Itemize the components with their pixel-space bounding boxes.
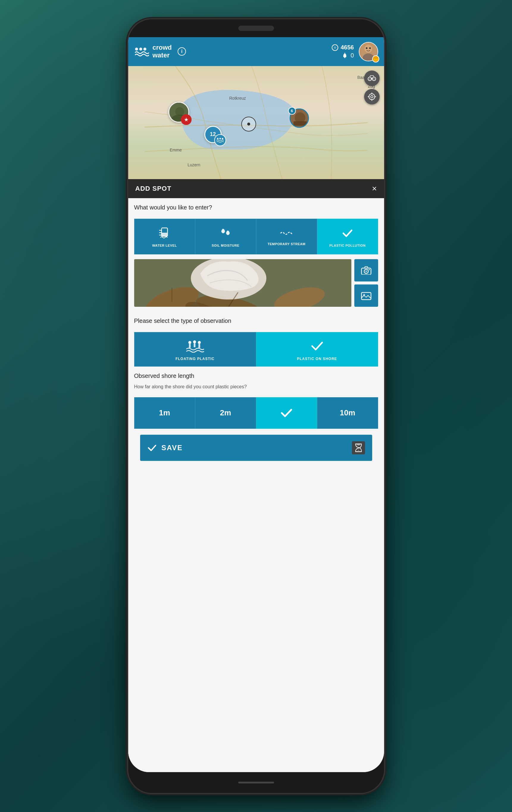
svg-point-20 — [222, 138, 223, 139]
entry-type-plastic-pollution[interactable]: PLASTIC POLLUTION — [317, 219, 378, 254]
svg-point-29 — [369, 94, 375, 100]
entry-type-soil-moisture[interactable]: SOIL MOISTURE — [195, 219, 256, 254]
save-left: SAVE — [147, 443, 183, 453]
location-button[interactable] — [364, 89, 380, 105]
camera-button[interactable] — [354, 259, 378, 282]
photo-preview — [134, 259, 351, 307]
shore-grid: 1m 2m 10m — [134, 397, 378, 429]
coin-icon — [332, 44, 338, 51]
bell-icon — [341, 52, 348, 59]
gallery-button[interactable] — [354, 285, 378, 307]
shore-length-subtitle: How far along the shore did you count pl… — [134, 384, 378, 389]
soil-moisture-label: SOIL MOISTURE — [212, 243, 239, 248]
photo-buttons — [354, 259, 378, 307]
entry-type-water-level[interactable]: WATER LEVEL — [134, 219, 195, 254]
map-cluster-12[interactable]: 12 — [204, 126, 222, 143]
photo-image — [134, 259, 351, 307]
entry-type-temporary-stream[interactable]: TEMPORARY STREAM — [256, 219, 317, 254]
add-spot-title: ADD SPOT — [135, 185, 172, 193]
info-button[interactable]: i — [178, 47, 186, 56]
map-label-luzern: Luzern — [188, 163, 201, 167]
svg-point-27 — [369, 78, 371, 80]
cluster-waves-icon — [214, 134, 226, 146]
coins-row: 4656 — [332, 44, 354, 51]
svg-point-55 — [193, 340, 196, 343]
entry-type-grid: WATER LEVEL SOIL MOISTURE — [134, 219, 378, 254]
svg-point-30 — [371, 95, 373, 98]
form-content: What would you like to enter? W — [128, 198, 384, 772]
notifications-row: 0 — [341, 52, 354, 59]
save-bar: SAVE — [140, 435, 372, 461]
plastic-on-shore-check-icon — [310, 340, 325, 353]
binoculars-button[interactable] — [364, 70, 380, 86]
timer-button[interactable] — [352, 441, 365, 454]
svg-point-19 — [219, 138, 221, 139]
app-title: crowd water — [153, 44, 172, 59]
hourglass-icon — [355, 443, 362, 452]
map-roads: A4 — [128, 66, 384, 179]
phone-screen: crowd water i 4656 — [128, 37, 384, 772]
map-crosshair — [241, 117, 256, 132]
plastic-pollution-check-icon — [341, 227, 354, 240]
svg-point-8 — [364, 45, 372, 52]
save-button[interactable]: SAVE — [161, 444, 183, 452]
obs-type-title: Please select the type of observation — [134, 317, 378, 324]
cluster-right-container: 6 — [290, 108, 309, 128]
svg-point-54 — [188, 341, 191, 344]
save-check-icon — [147, 443, 157, 453]
map-label-rotkreuz: Rotkreuz — [230, 96, 246, 100]
shore-2m[interactable]: 2m — [195, 397, 256, 429]
header-left: crowd water i — [134, 44, 186, 59]
entry-type-question: What would you like to enter? — [134, 204, 378, 211]
floating-plastic-label: FLOATING PLASTIC — [176, 357, 214, 361]
svg-point-56 — [198, 341, 201, 344]
shore-1m[interactable]: 1m — [134, 397, 195, 429]
svg-marker-12 — [374, 58, 378, 60]
crown-badge — [372, 55, 379, 62]
svg-point-2 — [143, 48, 146, 51]
location-icon — [368, 92, 376, 101]
obs-type-section: Please select the type of observation — [128, 312, 384, 332]
obs-floating-plastic[interactable]: FLOATING PLASTIC — [134, 332, 256, 367]
svg-rect-36 — [161, 233, 168, 236]
header-stats: 4656 0 — [332, 44, 354, 59]
cluster-badge-count: 6 — [288, 107, 296, 115]
temporary-stream-label: TEMPORARY STREAM — [267, 242, 305, 246]
photo-section — [134, 259, 378, 307]
svg-rect-26 — [371, 78, 373, 79]
shore-5m[interactable] — [256, 397, 317, 429]
avatar-container[interactable] — [359, 42, 378, 61]
svg-point-0 — [135, 48, 138, 51]
gallery-icon — [361, 291, 371, 300]
map-controls — [364, 70, 380, 105]
add-spot-header: ADD SPOT × — [128, 179, 384, 198]
obs-type-grid: FLOATING PLASTIC PLASTIC ON SHORE — [134, 332, 378, 367]
crosshair-marker — [241, 117, 256, 132]
star-badge: ★ — [181, 114, 191, 125]
app-header: crowd water i 4656 — [128, 37, 384, 66]
svg-rect-5 — [344, 57, 345, 58]
svg-point-50 — [365, 270, 367, 272]
close-button[interactable]: × — [372, 184, 377, 193]
obs-plastic-on-shore[interactable]: PLASTIC ON SHORE — [256, 332, 378, 367]
svg-point-51 — [369, 269, 370, 270]
water-level-label: WATER LEVEL — [152, 243, 177, 248]
shore-10m[interactable]: 10m — [317, 397, 378, 429]
map-label-emme: Emme — [170, 148, 182, 152]
phone-device: crowd water i 4656 — [128, 19, 384, 793]
shore-length-section: Observed shore length How far along the … — [128, 367, 384, 397]
home-indicator[interactable] — [238, 782, 274, 783]
svg-point-1 — [139, 48, 142, 51]
svg-point-28 — [373, 78, 375, 80]
map-marker-photo-left[interactable]: ★ — [169, 102, 189, 123]
map-cluster-photo-right[interactable]: 6 — [290, 108, 309, 128]
header-right: 4656 0 — [332, 42, 378, 61]
shore-length-title: Observed shore length — [134, 373, 378, 379]
water-level-icon — [157, 227, 172, 240]
svg-point-18 — [217, 138, 218, 139]
soil-moisture-icon — [219, 227, 232, 240]
plastic-on-shore-label: PLASTIC ON SHORE — [297, 357, 337, 361]
coins-value: 4656 — [341, 44, 354, 51]
map-area[interactable]: A4 Baar Zug Rotkreuz Emme Luzern ★ — [128, 66, 384, 179]
phone-top-bar — [128, 19, 384, 37]
